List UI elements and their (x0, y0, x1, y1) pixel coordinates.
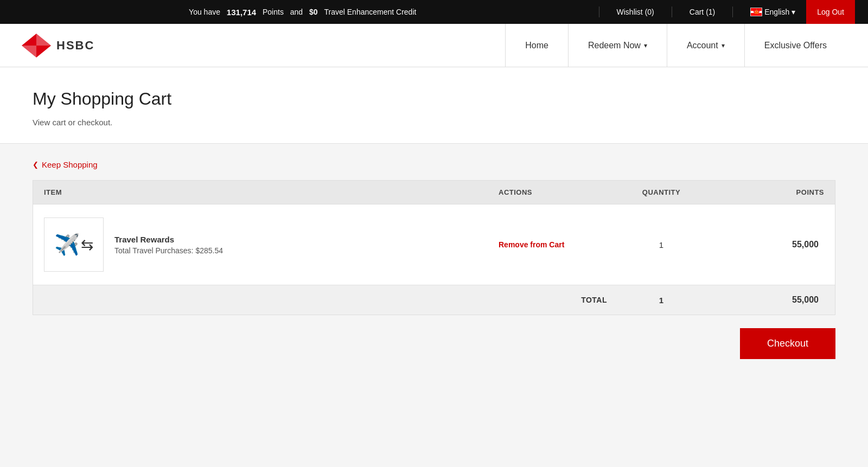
checkout-area: Checkout (33, 328, 835, 359)
total-label: TOTAL (44, 296, 607, 304)
message-prefix: You have (189, 8, 220, 16)
item-description: Total Travel Purchases: $285.54 (114, 246, 223, 255)
back-chevron-icon: ❮ (33, 161, 39, 169)
svg-marker-2 (22, 46, 36, 57)
item-details: Travel Rewards Total Travel Purchases: $… (114, 235, 223, 255)
col-header-quantity: QUANTITY (607, 188, 716, 196)
page-title: My Shopping Cart (33, 89, 835, 109)
divider-3 (732, 7, 733, 17)
divider-2 (672, 7, 672, 17)
credit-amount: $0 (309, 8, 318, 16)
actions-cell: Remove from Cart (499, 240, 607, 250)
cart-table-header: ITEM ACTIONS QUANTITY POINTS (33, 181, 835, 204)
keep-shopping-link[interactable]: ❮ Keep Shopping (33, 160, 835, 169)
canada-flag-icon (750, 8, 762, 16)
item-cell: ✈️⇆ Travel Rewards Total Travel Purchase… (44, 217, 499, 272)
page-subtitle: View cart or checkout. (33, 118, 835, 127)
points-count: 131,714 (227, 8, 256, 17)
top-bar-message: You have 131,714 Points and $0 Travel En… (13, 8, 592, 17)
col-header-points: POINTS (716, 188, 824, 196)
cart-total-row: TOTAL 1 55,000 (33, 285, 835, 315)
svg-marker-1 (36, 34, 51, 46)
cart-section: ❮ Keep Shopping ITEM ACTIONS QUANTITY PO… (0, 144, 868, 392)
language-selector[interactable]: English ▾ (750, 8, 795, 16)
credit-label: Travel Enhancement Credit (324, 8, 417, 16)
nav-offers[interactable]: Exclusive Offers (745, 24, 846, 67)
nav-home[interactable]: Home (505, 24, 569, 67)
points-cell: 55,000 (716, 240, 824, 250)
top-bar: You have 131,714 Points and $0 Travel En… (0, 0, 868, 24)
hsbc-brand-text: HSBC (56, 39, 94, 53)
checkout-button[interactable]: Checkout (740, 328, 835, 359)
total-quantity: 1 (607, 296, 716, 305)
wishlist-link[interactable]: Wishlist (0) (617, 8, 654, 16)
nav-account[interactable]: Account ▾ (667, 24, 745, 67)
hsbc-logo-icon (22, 34, 51, 57)
top-bar-right: Wishlist (0) Cart (1) English ▾ Log Out (592, 0, 855, 24)
and-text: and (290, 8, 303, 16)
language-label: English (764, 8, 789, 16)
points-label: Points (263, 8, 284, 16)
nav-bar: HSBC Home Redeem Now ▾ Account ▾ Exclusi… (0, 24, 868, 67)
table-row: ✈️⇆ Travel Rewards Total Travel Purchase… (33, 204, 835, 285)
total-points: 55,000 (716, 295, 824, 305)
col-header-actions: ACTIONS (499, 188, 607, 196)
logout-button[interactable]: Log Out (806, 0, 855, 24)
cart-link[interactable]: Cart (1) (690, 8, 715, 16)
travel-rewards-icon: ✈️⇆ (54, 233, 93, 257)
quantity-cell: 1 (607, 240, 716, 250)
col-header-item: ITEM (44, 188, 499, 196)
nav-links: Home Redeem Now ▾ Account ▾ Exclusive Of… (505, 24, 846, 67)
cart-table: ITEM ACTIONS QUANTITY POINTS ✈️⇆ Travel … (33, 180, 835, 315)
divider-1 (599, 7, 599, 17)
item-name: Travel Rewards (114, 235, 223, 244)
page-header: My Shopping Cart View cart or checkout. (0, 67, 868, 144)
remove-from-cart-link[interactable]: Remove from Cart (499, 240, 564, 249)
logo[interactable]: HSBC (22, 34, 94, 57)
account-chevron-icon: ▾ (722, 42, 725, 49)
redeem-chevron-icon: ▾ (644, 42, 647, 49)
nav-redeem[interactable]: Redeem Now ▾ (569, 24, 667, 67)
item-image: ✈️⇆ (44, 217, 104, 272)
language-chevron-icon: ▾ (792, 8, 795, 16)
